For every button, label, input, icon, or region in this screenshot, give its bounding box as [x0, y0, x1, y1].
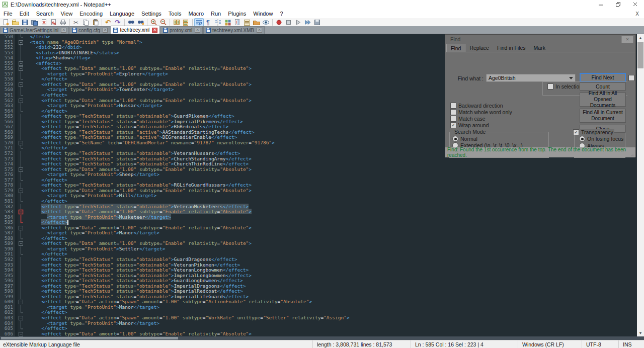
- show-all-characters-icon[interactable]: ¶: [204, 18, 213, 27]
- document-map-icon[interactable]: [232, 18, 242, 27]
- menu-item-edit[interactable]: Edit: [16, 11, 33, 17]
- find-dialog-tab-replace[interactable]: Replace: [465, 44, 493, 52]
- menu-item-window[interactable]: Window: [250, 11, 276, 17]
- undo-icon[interactable]: ↶: [104, 18, 113, 27]
- tab-close-icon[interactable]: ✕: [152, 28, 157, 33]
- code-line[interactable]: 601 <target type="ProtoUnit">Manor</targ…: [0, 305, 637, 310]
- menu-item-search[interactable]: Search: [33, 11, 57, 17]
- fold-toggle-icon[interactable]: [18, 82, 24, 88]
- function-list-icon[interactable]: [242, 18, 252, 27]
- find-dialog-close-icon[interactable]: ✕: [621, 36, 633, 43]
- find-dialog-title-bar[interactable]: Find ✕: [445, 35, 635, 44]
- fold-toggle-icon[interactable]: [18, 66, 24, 71]
- tab-close-icon[interactable]: ✕: [195, 28, 200, 33]
- save-icon[interactable]: [20, 18, 30, 27]
- menu-item-view[interactable]: View: [57, 11, 76, 17]
- code-line[interactable]: 580 <target type="ProtoUnit">Mill</targe…: [0, 193, 637, 199]
- fold-toggle-icon[interactable]: [18, 188, 24, 194]
- save-all-icon[interactable]: [30, 18, 39, 27]
- close-icon[interactable]: [39, 18, 49, 27]
- code-line[interactable]: 587 <target type="ProtoUnit">Manor</targ…: [0, 230, 637, 236]
- word-wrap-icon[interactable]: [194, 18, 204, 27]
- tab-techtreey-xml[interactable]: techtreey.xml✕: [111, 26, 159, 34]
- macro-play-icon[interactable]: [293, 18, 303, 27]
- tab-gameusersettings-ini[interactable]: GameUserSettings.ini✕: [1, 26, 69, 34]
- transparency-checkbox[interactable]: ✓Transparency: [572, 129, 614, 135]
- restore-button[interactable]: [610, 0, 627, 9]
- paste-icon[interactable]: [91, 18, 100, 27]
- copy-icon[interactable]: [81, 18, 91, 27]
- close-document-x[interactable]: X: [630, 11, 644, 17]
- menu-item-settings[interactable]: Settings: [138, 11, 165, 17]
- minimize-button[interactable]: [593, 0, 610, 9]
- redo-icon[interactable]: ↷: [113, 18, 123, 27]
- close-button[interactable]: [627, 0, 644, 9]
- sync-vertical-icon[interactable]: [172, 18, 181, 27]
- menu-item-encoding[interactable]: Encoding: [76, 11, 106, 17]
- status-eol-format[interactable]: Windows (CR LF): [518, 340, 582, 348]
- monitoring-icon[interactable]: [261, 18, 271, 27]
- horizontal-scrollbar[interactable]: [0, 336, 644, 340]
- fold-toggle-icon[interactable]: [18, 209, 24, 215]
- backward-direction-checkbox[interactable]: Backward direction: [450, 103, 503, 109]
- menu-item-tools[interactable]: Tools: [165, 11, 185, 17]
- line-number[interactable]: 550: [0, 34, 15, 40]
- find-dialog-tab-find-in-files[interactable]: Find in Files: [493, 44, 530, 52]
- replace-icon[interactable]: [136, 18, 145, 27]
- line-number[interactable]: 583: [0, 209, 15, 215]
- find-dialog-tab-find[interactable]: Find: [446, 44, 465, 52]
- open-file-icon[interactable]: [11, 18, 20, 27]
- wrap-around-checkbox[interactable]: ✓Wrap around: [450, 122, 489, 128]
- fold-toggle-icon[interactable]: [18, 241, 24, 246]
- resize-grip-icon[interactable]: .::: [631, 152, 634, 157]
- new-file-icon[interactable]: [1, 18, 11, 27]
- match-case-checkbox[interactable]: Match case: [450, 116, 486, 122]
- tab-config-cfg[interactable]: config.cfg✕: [69, 26, 111, 34]
- tab-protoy-xml[interactable]: protoy.xml✕: [160, 26, 203, 34]
- find-icon[interactable]: [126, 18, 136, 27]
- code-line[interactable]: 584 <target type="ProtoUnit">Musketeer</…: [0, 215, 637, 220]
- define-language-icon[interactable]: [223, 18, 232, 27]
- combobox-dropdown-arrow-icon[interactable]: [569, 77, 573, 79]
- macro-save-icon[interactable]: [312, 18, 322, 27]
- line-number[interactable]: 581: [0, 199, 15, 204]
- code-line[interactable]: 604 <target type="ProtoUnit">Manor</targ…: [0, 321, 637, 326]
- folder-as-workspace-icon[interactable]: [252, 18, 261, 27]
- menu-item-plugins[interactable]: Plugins: [224, 11, 250, 17]
- transparency-on-losing-focus-radio[interactable]: On losing focus: [579, 136, 623, 142]
- fold-toggle-icon[interactable]: [18, 299, 24, 305]
- fold-toggle-icon[interactable]: [18, 40, 24, 45]
- zoom-in-icon[interactable]: [149, 18, 158, 27]
- find-all-current-button[interactable]: Find All in Current Document: [580, 109, 626, 123]
- in-selection-checkbox[interactable]: In selection: [547, 83, 582, 90]
- vertical-scrollbar-thumb[interactable]: [637, 42, 643, 68]
- sync-horizontal-icon[interactable]: [181, 18, 191, 27]
- scroll-down-arrow-icon[interactable]: ▼: [637, 329, 644, 336]
- fold-toggle-icon[interactable]: [18, 331, 24, 336]
- find-dialog-tab-mark[interactable]: Mark: [530, 44, 549, 52]
- menu-item-run[interactable]: Run: [207, 11, 224, 17]
- vertical-scrollbar[interactable]: ▲ ▼: [637, 34, 644, 336]
- close-all-icon[interactable]: [49, 18, 58, 27]
- scroll-up-arrow-icon[interactable]: ▲: [637, 34, 644, 41]
- tab-close-icon[interactable]: ✕: [103, 28, 108, 33]
- line-number[interactable]: 603: [0, 315, 15, 321]
- fold-toggle-icon[interactable]: [18, 167, 24, 172]
- line-number[interactable]: 572: [0, 151, 15, 156]
- print-icon[interactable]: [58, 18, 68, 27]
- line-number[interactable]: 561: [0, 93, 15, 98]
- fold-toggle-icon[interactable]: [18, 140, 24, 146]
- code-line[interactable]: 590 <target type="ProtoUnit">Settler</ta…: [0, 246, 637, 252]
- macro-record-icon[interactable]: [274, 18, 284, 27]
- fold-toggle-icon[interactable]: [18, 225, 24, 231]
- fold-toggle-icon[interactable]: [18, 315, 24, 321]
- menu-item-macro[interactable]: Macro: [185, 11, 207, 17]
- horizontal-scrollbar-thumb[interactable]: [1, 337, 178, 339]
- status-encoding[interactable]: UTF-8: [582, 340, 619, 348]
- tab-close-icon[interactable]: ✕: [257, 28, 262, 33]
- zoom-out-icon[interactable]: [158, 18, 168, 27]
- find-next-button[interactable]: Find Next: [580, 73, 626, 82]
- tab-techtreey-xml-xmb[interactable]: techtreey.xml.XMB✕: [203, 26, 265, 34]
- tab-close-icon[interactable]: ✕: [61, 28, 66, 33]
- menu-item-language[interactable]: Language: [106, 11, 138, 17]
